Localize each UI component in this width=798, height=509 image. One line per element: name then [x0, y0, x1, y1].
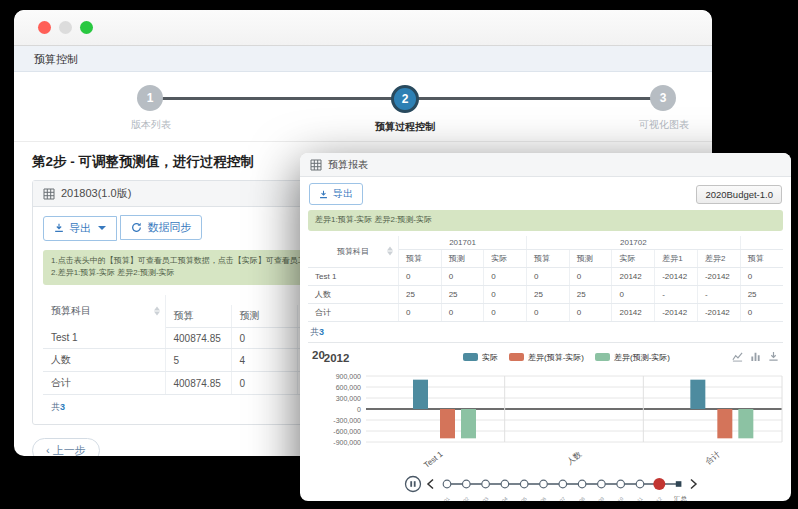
bar-差异(预算-实际)[interactable] [440, 409, 455, 438]
svg-text:202004: 202004 [493, 495, 509, 501]
export-dropdown-button[interactable]: 导出 [43, 216, 117, 241]
table-row[interactable]: 合计0000020142-20142-201420 [308, 303, 783, 321]
play-pause-button[interactable] [406, 476, 421, 491]
value-cell: 0 [398, 267, 441, 285]
value-cell: 0 [398, 303, 441, 321]
value-cell: 400874.85 [165, 328, 231, 349]
timeline-node[interactable] [636, 480, 644, 488]
timeline-node[interactable] [443, 480, 451, 488]
value-cell: 25 [527, 285, 570, 303]
svg-text:0: 0 [357, 405, 361, 412]
svg-text:202001: 202001 [435, 495, 451, 501]
svg-text:-900,000: -900,000 [333, 438, 361, 445]
column-header[interactable]: 预测 [569, 249, 612, 267]
column-header[interactable]: 预算 [740, 249, 783, 267]
minimize-window-icon[interactable] [59, 21, 72, 34]
svg-text:202006: 202006 [531, 495, 547, 501]
subject-cell: Test 1 [308, 267, 398, 285]
legend-item[interactable]: 差异(预测-实际) [595, 352, 670, 363]
value-cell: 0 [612, 285, 655, 303]
previous-step-button[interactable]: ‹ 上一步 [32, 438, 100, 456]
stepper: 1 版本列表 2 预算过程控制 3 可视化图表 [14, 84, 712, 142]
zoom-window-icon[interactable] [80, 21, 93, 34]
timeline-node[interactable] [540, 480, 548, 488]
step-visual-charts[interactable]: 3 可视化图表 [650, 85, 678, 111]
value-cell: - [697, 285, 740, 303]
table-row[interactable]: Test 10000020142-20142-201420 [308, 267, 783, 285]
svg-text:汇总: 汇总 [673, 495, 688, 501]
window-titlebar[interactable] [14, 10, 712, 46]
bar-chart-icon[interactable] [750, 351, 761, 362]
total-prefix: 共 [310, 327, 319, 337]
diff-notice: 差异1:预算-实际 差异2:预测-实际 [308, 210, 783, 231]
step-label: 版本列表 [131, 118, 171, 132]
column-header-subject[interactable]: 预算科目 [43, 295, 165, 328]
column-header-subject[interactable]: 预算科目 [308, 236, 398, 268]
timeline-node[interactable] [482, 480, 490, 488]
bar-实际[interactable] [690, 379, 705, 408]
value-cell: 4 [231, 349, 297, 372]
svg-text:202002: 202002 [454, 495, 470, 501]
chart-title: 202012 [312, 351, 432, 363]
report-title: 预算报表 [328, 153, 368, 177]
step-circle: 3 [650, 85, 676, 111]
download-image-icon[interactable] [768, 351, 779, 362]
timeline-node-summary[interactable] [676, 481, 682, 487]
timeline-node[interactable] [501, 480, 509, 488]
step-version-list[interactable]: 1 版本列表 [137, 85, 165, 111]
column-header[interactable]: 预测 [441, 249, 484, 267]
legend-item[interactable]: 实际 [463, 352, 498, 363]
export-label: 导出 [69, 221, 91, 236]
table-row[interactable]: 人数2525025250--25 [308, 285, 783, 303]
month-group-header [740, 236, 783, 250]
data-sync-button[interactable]: 数据同步 [120, 215, 202, 240]
value-cell: 25 [398, 285, 441, 303]
timeline-node[interactable] [559, 480, 567, 488]
subject-cell: 人数 [43, 349, 165, 372]
value-cell: 0 [484, 285, 527, 303]
column-header[interactable]: 预算 [165, 305, 231, 328]
timeline-node[interactable] [578, 480, 586, 488]
subject-cell: Test 1 [43, 328, 165, 349]
value-cell: 0 [569, 303, 612, 321]
close-window-icon[interactable] [38, 21, 51, 34]
bar-实际[interactable] [413, 379, 428, 408]
value-cell: 0 [740, 267, 783, 285]
value-cell: 0 [569, 267, 612, 285]
sort-icon[interactable] [387, 247, 393, 256]
timeline-node[interactable] [463, 480, 471, 488]
value-cell: 0 [231, 372, 297, 395]
timeline-node[interactable] [617, 480, 625, 488]
bar-差异(预测-实际)[interactable] [738, 409, 753, 438]
column-header[interactable]: 实际 [612, 249, 655, 267]
legend-label: 实际 [482, 352, 498, 363]
svg-text:合计: 合计 [704, 449, 722, 466]
sort-icon[interactable] [154, 307, 160, 316]
timeline-prev-arrow[interactable] [428, 479, 433, 488]
report-panel-header: 预算报表 [300, 153, 791, 177]
bar-差异(预测-实际)[interactable] [461, 409, 476, 438]
timeline-node[interactable] [598, 480, 606, 488]
bar-差异(预算-实际)[interactable] [717, 409, 732, 438]
desktop: 预算控制 1 版本列表 2 预算过程控制 3 可视化图表 第2步 - 可调整预测… [0, 0, 798, 509]
version-select-button[interactable]: 2020Budget-1.0 [696, 185, 782, 204]
page-title: 预算控制 [14, 46, 712, 72]
column-header[interactable]: 预测 [231, 305, 297, 328]
timeline-next-arrow[interactable] [691, 479, 696, 488]
column-header[interactable]: 预算 [527, 249, 570, 267]
column-header[interactable]: 差异2 [697, 249, 740, 267]
line-chart-icon[interactable] [732, 351, 743, 362]
step-circle: 2 [391, 85, 419, 113]
timeline-node-current[interactable] [653, 478, 665, 490]
step-process-control[interactable]: 2 预算过程控制 [391, 85, 419, 113]
column-header[interactable]: 预算 [398, 249, 441, 267]
chart-title-part: 2012 [324, 352, 350, 364]
column-header[interactable]: 实际 [484, 249, 527, 267]
legend-item[interactable]: 差异(预算-实际) [509, 352, 584, 363]
timeline-slider[interactable]: 2020012020022020032020042020052020062020… [308, 473, 783, 501]
export-button[interactable]: 导出 [309, 183, 363, 205]
svg-text:300,000: 300,000 [336, 394, 361, 401]
timeline-node[interactable] [520, 480, 528, 488]
column-header[interactable]: 差异1 [655, 249, 698, 267]
previous-step-label: 上一步 [53, 444, 86, 456]
